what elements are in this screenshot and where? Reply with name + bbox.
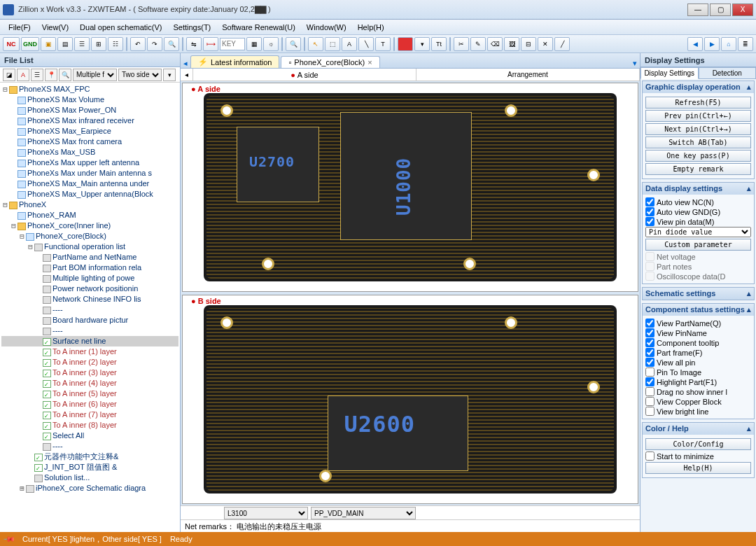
pin-data-select[interactable]: Pin diode value: [645, 227, 751, 237]
menu-item[interactable]: View(V): [36, 22, 74, 33]
tree-node[interactable]: PhoneXS Max infrared receiver: [1, 115, 178, 126]
tree-node[interactable]: ⊟Functional operation list: [1, 241, 178, 252]
select-icon[interactable]: ⬚: [325, 37, 340, 51]
filter-icon[interactable]: ◪: [3, 69, 15, 81]
tool-icon[interactable]: ☰: [74, 37, 90, 51]
list-icon[interactable]: ☰: [31, 69, 43, 81]
board-view-b[interactable]: ● B side U2600: [182, 295, 638, 504]
component-status-checkbox[interactable]: [645, 318, 654, 328]
tree-node[interactable]: Power network positionin: [1, 284, 178, 294]
graphic-op-button[interactable]: Empty remark: [645, 163, 751, 175]
tree-node[interactable]: PhoneXS Max_Upper antenna(Block: [1, 189, 178, 200]
collapse-icon[interactable]: ▴: [747, 289, 751, 298]
line-icon[interactable]: ╲: [358, 37, 374, 51]
expand-icon[interactable]: ▾: [163, 69, 176, 81]
tool-icon[interactable]: ▦: [246, 37, 262, 51]
tree-node[interactable]: Surface net line: [1, 336, 178, 346]
tree-node[interactable]: PhoneXS Max_Earpiece: [1, 126, 178, 136]
tree-node[interactable]: Select All: [1, 430, 178, 441]
component-status-checkbox[interactable]: [645, 377, 654, 386]
custom-parameter-button[interactable]: Custom parameter: [645, 239, 751, 251]
tree-node[interactable]: Board hardware pictur: [1, 315, 178, 326]
close-button[interactable]: X: [732, 4, 753, 16]
tree-node[interactable]: To A inner (5) layer: [1, 388, 178, 399]
tool-icon[interactable]: 🖼: [504, 37, 519, 51]
tool-icon[interactable]: ✂: [454, 37, 469, 51]
help-button[interactable]: Help(H): [645, 462, 751, 474]
tree-node[interactable]: Multiple lighting of powe: [1, 273, 178, 284]
tool-icon[interactable]: ✕: [538, 37, 553, 51]
component-status-checkbox[interactable]: [645, 407, 654, 416]
close-icon[interactable]: ×: [368, 58, 372, 66]
tree-node[interactable]: To A inner (6) layer: [1, 399, 178, 410]
color-swatch[interactable]: [398, 37, 413, 51]
menu-item[interactable]: Software Renewal(U): [216, 22, 301, 33]
tree-node[interactable]: J_INT_BOT 阻值图 &: [1, 462, 178, 472]
pin-icon[interactable]: 📍: [45, 69, 57, 81]
tree-node[interactable]: PhoneX_RAM: [1, 210, 178, 220]
net-select[interactable]: PP_VDD_MAIN: [311, 507, 416, 519]
tree-node[interactable]: 元器件功能中文注释&: [1, 451, 178, 462]
layers-icon[interactable]: ≣: [738, 37, 753, 51]
a-icon[interactable]: A: [17, 69, 29, 81]
board-view-a[interactable]: ● A side U2700 U1000: [182, 83, 638, 292]
key-input[interactable]: [220, 38, 245, 50]
menu-item[interactable]: File(F): [3, 22, 36, 33]
tree-node[interactable]: To A inner (7) layer: [1, 410, 178, 420]
tree-node[interactable]: PartName and NetName: [1, 252, 178, 262]
tab-display-settings[interactable]: Display Settings: [640, 67, 699, 79]
rotate-right-icon[interactable]: ↷: [147, 37, 162, 51]
gnd-button[interactable]: GND: [21, 37, 39, 51]
maximize-button[interactable]: ▢: [710, 4, 731, 16]
tool-icon[interactable]: ▤: [57, 37, 73, 51]
graphic-op-button[interactable]: Switch AB(Tab): [645, 136, 751, 148]
minimize-button[interactable]: —: [687, 4, 708, 16]
data-display-checkbox[interactable]: [645, 197, 654, 206]
home-icon[interactable]: ⌂: [721, 37, 736, 51]
tool-icon[interactable]: ╱: [554, 37, 570, 51]
tree-node[interactable]: PhoneXS Max front camera: [1, 136, 178, 147]
tree-node[interactable]: PhoneXS Max Volume: [1, 94, 178, 105]
tool-icon[interactable]: ⊟: [521, 37, 536, 51]
a-side-header[interactable]: ● A side: [193, 69, 416, 80]
graphic-op-button[interactable]: Next pin(Ctrl+→): [645, 123, 751, 135]
color-config-button[interactable]: Color/Config: [645, 438, 751, 450]
tree-node[interactable]: Network Chinese INFO lis: [1, 294, 178, 304]
tree-node[interactable]: ⊞iPhoneX_core Schematic diagra: [1, 483, 178, 493]
component-status-checkbox[interactable]: [645, 397, 654, 406]
arrangement-header[interactable]: Arrangement: [416, 69, 640, 80]
tab-scroll-left[interactable]: ◂: [183, 59, 189, 68]
fwd-icon[interactable]: ▶: [704, 37, 720, 51]
component-status-checkbox[interactable]: [645, 348, 654, 357]
back-icon[interactable]: ◀: [687, 37, 703, 51]
tab-detection[interactable]: Detection: [699, 67, 757, 79]
graphic-op-button[interactable]: Refresh(F5): [645, 97, 751, 108]
text-a-icon[interactable]: A: [342, 37, 357, 51]
tab-active-document[interactable]: ▫ PhoneX_core(Block) ×: [281, 56, 379, 68]
tree-node[interactable]: ----: [1, 304, 178, 315]
text-t-icon[interactable]: T: [375, 37, 391, 51]
tree-node[interactable]: To A inner (1) layer: [1, 346, 178, 357]
menu-item[interactable]: Settings(T): [167, 22, 216, 33]
tool-icon[interactable]: ▣: [41, 37, 56, 51]
collapse-icon[interactable]: ▴: [747, 184, 751, 193]
dropdown-icon[interactable]: ▾: [414, 37, 430, 51]
data-display-checkbox[interactable]: [645, 217, 654, 226]
collapse-icon[interactable]: ▴: [747, 305, 751, 314]
tree-node[interactable]: PhoneXS Max_Main antenna under: [1, 178, 178, 189]
tool-icon[interactable]: ☷: [108, 37, 123, 51]
tree-node[interactable]: ----: [1, 441, 178, 451]
tree-node[interactable]: PhoneXs Max under Main antenna s: [1, 168, 178, 178]
tree-node[interactable]: To A inner (4) layer: [1, 378, 178, 388]
file-tree[interactable]: ⊟PhoneXS MAX_FPCPhoneXS Max VolumePhoneX…: [0, 83, 180, 532]
tool-icon[interactable]: ✎: [470, 37, 486, 51]
rotate-left-icon[interactable]: ↶: [130, 37, 146, 51]
tree-node[interactable]: ----: [1, 326, 178, 336]
component-status-checkbox[interactable]: [645, 358, 654, 367]
flip-h-icon[interactable]: ⇋: [186, 37, 202, 51]
search-icon[interactable]: 🔍: [164, 37, 179, 51]
menu-item[interactable]: Dual open schematic(V): [74, 22, 167, 33]
component-status-checkbox[interactable]: [645, 328, 654, 337]
cursor-icon[interactable]: ↖: [308, 37, 323, 51]
tree-node[interactable]: To A inner (2) layer: [1, 357, 178, 368]
